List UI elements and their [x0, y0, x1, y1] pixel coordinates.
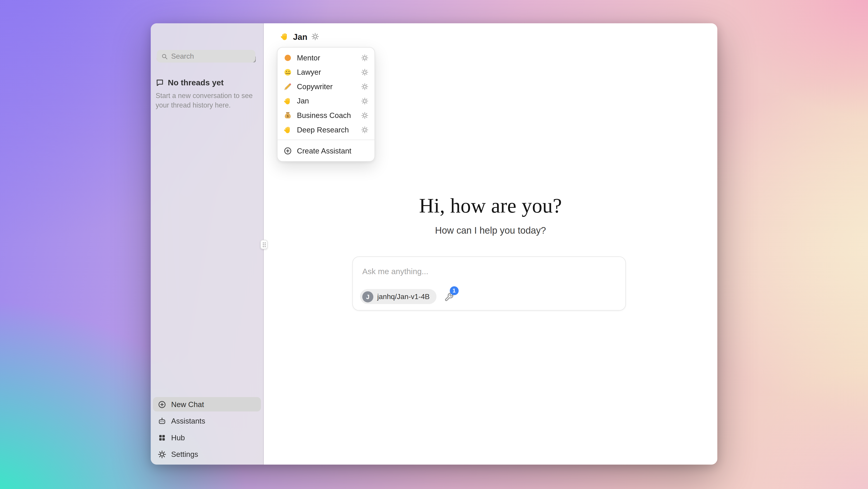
zipper-face-icon	[284, 68, 292, 76]
model-selector[interactable]: J janhq/Jan-v1-4B	[360, 289, 436, 304]
orange-circle-icon	[284, 54, 292, 62]
menu-item-deep-research[interactable]: Deep Research	[278, 122, 374, 137]
assistant-selector[interactable]: Jan	[280, 31, 319, 42]
sidebar-item-assistants[interactable]: Assistants	[153, 414, 261, 428]
grid-icon	[158, 433, 166, 442]
chat-bubble-icon	[156, 78, 164, 87]
search-icon	[161, 53, 168, 60]
gear-icon[interactable]	[361, 97, 368, 104]
nav-label: Settings	[171, 450, 198, 458]
nav-label: Hub	[171, 433, 185, 442]
waving-hand-icon	[284, 97, 292, 105]
greeting-subtitle: How can I help you today?	[264, 225, 717, 237]
gear-icon[interactable]	[361, 68, 368, 75]
plus-circle-icon	[158, 400, 166, 408]
gear-icon[interactable]	[361, 126, 368, 133]
robot-icon	[158, 417, 166, 425]
tools-button[interactable]: 1	[444, 292, 454, 302]
gear-icon	[158, 450, 166, 458]
money-bag-icon	[284, 111, 292, 119]
pencil-icon	[284, 82, 292, 91]
gear-icon[interactable]	[361, 112, 368, 119]
tools-count-badge: 1	[450, 286, 459, 295]
menu-item-label: Business Coach	[297, 111, 356, 119]
create-assistant-label: Create Assistant	[297, 147, 351, 155]
gear-icon[interactable]	[361, 83, 368, 90]
menu-item-jan[interactable]: Jan	[278, 93, 374, 108]
sidebar: Search No threads yet Start a new conver…	[151, 23, 264, 465]
menu-item-copywriter[interactable]: Copywriter	[278, 79, 374, 94]
menu-item-label: Copywriter	[297, 82, 356, 91]
empty-state-title: No threads yet	[168, 78, 223, 87]
search-placeholder: Search	[171, 52, 194, 60]
composer-placeholder[interactable]: Ask me anything...	[362, 267, 428, 276]
menu-divider	[278, 140, 374, 140]
sidebar-resize-handle[interactable]	[260, 240, 268, 249]
empty-state-description: Start a new conversation to see your thr…	[156, 91, 258, 110]
current-assistant-name: Jan	[293, 32, 307, 41]
plus-circle-icon	[284, 147, 292, 155]
grip-dots-icon	[261, 241, 267, 248]
sidebar-item-new-chat[interactable]: New Chat	[153, 397, 261, 411]
app-window: Search No threads yet Start a new conver…	[151, 23, 717, 465]
nav-label: Assistants	[171, 417, 205, 425]
waving-hand-icon	[280, 32, 289, 41]
sidebar-item-settings[interactable]: Settings	[153, 447, 261, 461]
menu-item-business-coach[interactable]: Business Coach	[278, 108, 374, 122]
menu-item-lawyer[interactable]: Lawyer	[278, 65, 374, 79]
nav-label: New Chat	[171, 400, 204, 408]
assistant-menu: Mentor Lawyer Copywriter Jan	[277, 47, 375, 162]
assistant-settings-gear-icon[interactable]	[311, 33, 319, 40]
sidebar-nav: New Chat Assistants Hub Settings	[153, 395, 261, 461]
message-composer[interactable]: Ask me anything... J janhq/Jan-v1-4B 1	[352, 256, 626, 311]
waving-hand-icon	[284, 125, 292, 134]
model-name: janhq/Jan-v1-4B	[377, 293, 430, 301]
menu-item-label: Jan	[297, 97, 356, 105]
gear-icon[interactable]	[361, 54, 368, 61]
search-input[interactable]: Search	[157, 50, 255, 62]
menu-item-mentor[interactable]: Mentor	[278, 51, 374, 65]
greeting-title: Hi, how are you?	[264, 194, 717, 218]
menu-item-label: Mentor	[297, 54, 356, 62]
desktop-background: Search No threads yet Start a new conver…	[0, 0, 868, 489]
greeting: Hi, how are you? How can I help you toda…	[264, 194, 717, 236]
menu-item-label: Lawyer	[297, 68, 356, 76]
model-avatar: J	[362, 291, 373, 302]
create-assistant-button[interactable]: Create Assistant	[278, 143, 374, 158]
main-panel: Jan Mentor Lawyer Copywriter	[264, 23, 717, 465]
threads-empty-state: No threads yet Start a new conversation …	[156, 78, 258, 110]
menu-item-label: Deep Research	[297, 125, 356, 134]
sidebar-item-hub[interactable]: Hub	[153, 430, 261, 445]
